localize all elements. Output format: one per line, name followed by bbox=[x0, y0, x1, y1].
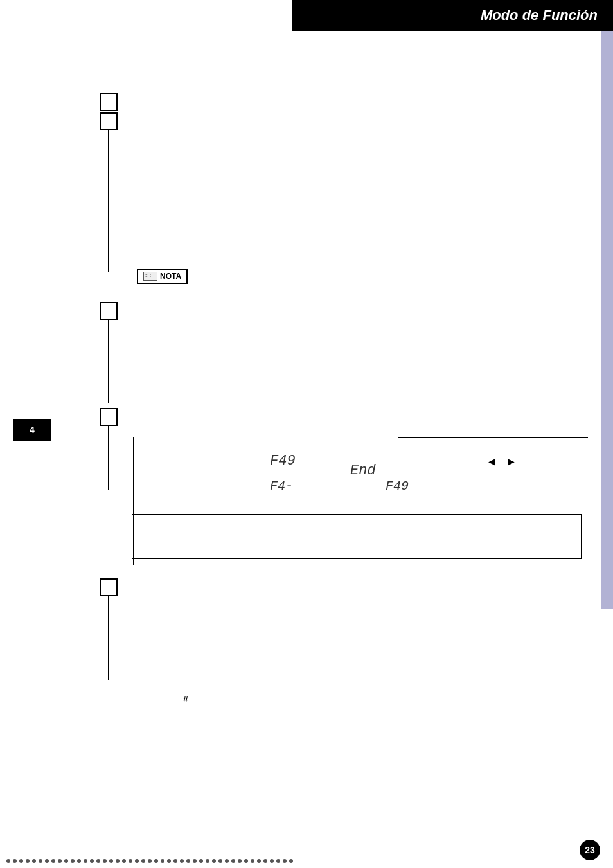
header-bar: Modo de Función bbox=[292, 0, 613, 31]
section-vline-2 bbox=[108, 320, 109, 403]
dot bbox=[167, 859, 171, 863]
dot bbox=[244, 859, 248, 863]
dot bbox=[257, 859, 261, 863]
dot bbox=[71, 859, 75, 863]
dot bbox=[251, 859, 254, 863]
arrow-right-icon[interactable]: ▶ bbox=[508, 456, 515, 466]
nota-button[interactable]: NOTA bbox=[137, 269, 188, 284]
dot bbox=[218, 859, 222, 863]
info-box bbox=[132, 514, 582, 559]
dot bbox=[64, 859, 68, 863]
dot bbox=[212, 859, 216, 863]
dot bbox=[77, 859, 81, 863]
section-vline-3 bbox=[108, 426, 109, 490]
end-display: End bbox=[350, 463, 376, 479]
keyboard-icon bbox=[143, 272, 157, 281]
dot bbox=[193, 859, 197, 863]
dot bbox=[225, 859, 229, 863]
dot bbox=[148, 859, 152, 863]
section4-hline bbox=[398, 437, 588, 438]
dot bbox=[39, 859, 42, 863]
dot bbox=[116, 859, 120, 863]
dot bbox=[180, 859, 184, 863]
dot bbox=[6, 859, 10, 863]
dot bbox=[283, 859, 287, 863]
dot bbox=[263, 859, 267, 863]
dot bbox=[109, 859, 113, 863]
dot bbox=[90, 859, 94, 863]
section-box-3 bbox=[100, 408, 118, 426]
dot bbox=[289, 859, 293, 863]
dot bbox=[13, 859, 17, 863]
dot bbox=[58, 859, 62, 863]
bottom-dots-row bbox=[6, 859, 574, 863]
dot bbox=[135, 859, 139, 863]
dot bbox=[51, 859, 55, 863]
nota-label: NOTA bbox=[160, 272, 181, 281]
section-vline-5 bbox=[108, 596, 109, 680]
dot bbox=[103, 859, 107, 863]
section-box-1 bbox=[100, 93, 118, 111]
dot bbox=[231, 859, 235, 863]
section4-label: 4 bbox=[13, 419, 51, 441]
dot bbox=[32, 859, 36, 863]
dot bbox=[19, 859, 23, 863]
dot bbox=[141, 859, 145, 863]
page-title: Modo de Función bbox=[481, 7, 598, 24]
dot bbox=[206, 859, 209, 863]
dot bbox=[186, 859, 190, 863]
dot bbox=[173, 859, 177, 863]
dot bbox=[45, 859, 49, 863]
arrow-left-icon[interactable]: ◀ bbox=[488, 456, 495, 466]
dot bbox=[129, 859, 132, 863]
page-number-badge: 23 bbox=[580, 840, 600, 860]
section-box-1b bbox=[100, 112, 118, 130]
dot bbox=[270, 859, 274, 863]
section-vline-1 bbox=[108, 130, 109, 272]
dot bbox=[84, 859, 87, 863]
dot bbox=[238, 859, 242, 863]
section4-vline bbox=[133, 437, 134, 565]
dot bbox=[276, 859, 280, 863]
dot bbox=[122, 859, 126, 863]
dot bbox=[26, 859, 30, 863]
section-box-5 bbox=[100, 578, 118, 596]
f49-display-1: F49 bbox=[270, 453, 296, 469]
section-box-2 bbox=[100, 302, 118, 320]
hash-symbol: # bbox=[183, 694, 188, 704]
page-number: 23 bbox=[585, 845, 595, 855]
f49-display-2: F49 bbox=[386, 479, 409, 493]
dot bbox=[96, 859, 100, 863]
dot bbox=[154, 859, 158, 863]
right-accent bbox=[601, 31, 613, 609]
f4-dash-display: F4- bbox=[270, 479, 293, 493]
dot bbox=[199, 859, 203, 863]
dot bbox=[161, 859, 164, 863]
